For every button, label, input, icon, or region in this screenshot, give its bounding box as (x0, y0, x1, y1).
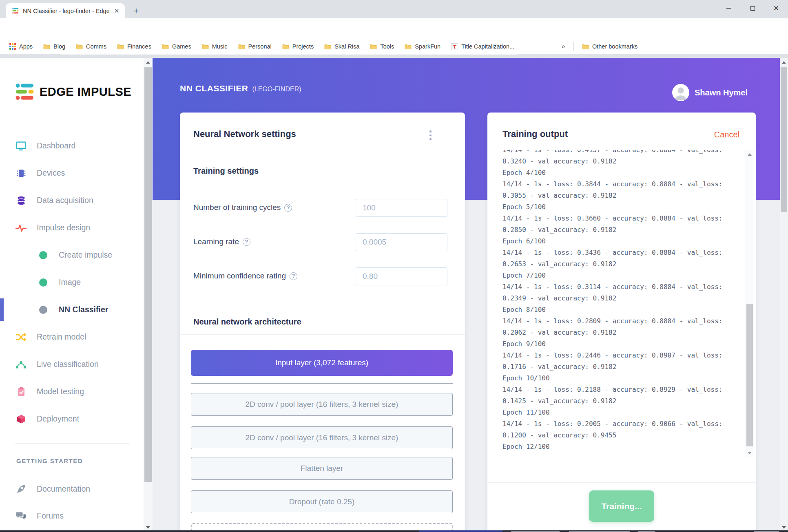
sidebar-item-image[interactable]: Image (0, 269, 144, 296)
sidebar-item-impulse-design[interactable]: Impulse design (0, 214, 144, 241)
folder-icon (370, 44, 377, 49)
field-label-learning-rate: Learning rate ? (193, 237, 250, 246)
training-settings-heading: Training settings (193, 166, 259, 176)
console-line: 0.1425 - val_accuracy: 0.9182 (502, 395, 741, 407)
bookmark-folder-skal-risa[interactable]: Skal Risa (319, 41, 365, 52)
training-button[interactable]: Training... (589, 490, 654, 522)
bookmark-folder-projects[interactable]: Projects (277, 41, 319, 52)
help-icon[interactable]: ? (290, 272, 297, 280)
console-scrollbar[interactable] (745, 150, 754, 457)
sidebar-item-model-testing[interactable]: Model testing (0, 378, 144, 405)
scroll-down-arrow-icon[interactable] (146, 526, 150, 529)
project-name: (LEGO-FINDER) (252, 86, 301, 93)
console-line: Epoch 4/100 (502, 167, 741, 179)
browser-tab[interactable]: NN Classifier - lego-finder - Edge ✕ (6, 3, 125, 18)
bookmark-folder-finances[interactable]: Finances (112, 41, 157, 52)
console-line: 0.2850 - val_accuracy: 0.9182 (502, 224, 741, 236)
section-divider (487, 482, 756, 483)
scroll-up-arrow-icon[interactable] (782, 61, 786, 64)
apps-grid-icon (9, 43, 16, 50)
bookmark-title-capitalization[interactable]: TTitle Capitalization... (446, 41, 520, 52)
console-line: 0.1200 - val_accuracy: 0.9455 (502, 430, 741, 441)
console-line: 14/14 - 1s - loss: 0.3436 - accuracy: 0.… (502, 247, 741, 258)
console-line: 14/14 - 1s - loss: 0.3844 - accuracy: 0.… (502, 179, 741, 190)
sidebar-item-nn-classifier[interactable]: NN Classifier (0, 296, 144, 323)
folder-icon (405, 44, 412, 49)
bookmark-folder-tools[interactable]: Tools (365, 41, 399, 52)
folder-icon (202, 44, 209, 49)
window-maximize-button[interactable] (741, 0, 764, 16)
sidebar-item-data-acquisition[interactable]: Data acquisition (0, 187, 144, 214)
bookmark-folder-personal[interactable]: Personal (233, 41, 277, 52)
status-dot-icon (39, 251, 47, 259)
layer-flatten[interactable]: Flatten layer (191, 457, 453, 480)
card-menu-icon[interactable] (429, 130, 432, 140)
console-line: Epoch 11/100 (502, 407, 741, 418)
layer-conv-2[interactable]: 2D conv / pool layer (16 filters, 3 kern… (191, 426, 453, 449)
scroll-down-arrow-icon[interactable] (782, 526, 786, 529)
bookmark-folder-music[interactable]: Music (197, 41, 233, 52)
page-scrollbar[interactable] (780, 58, 788, 532)
scrollbar-thumb[interactable] (746, 304, 753, 446)
console-line: 0.2653 - val_accuracy: 0.9182 (502, 258, 741, 270)
sidebar-item-live-classification[interactable]: Live classification (0, 351, 144, 378)
sidebar-scrollbar[interactable] (144, 58, 153, 532)
bookmark-apps[interactable]: Apps (4, 41, 38, 52)
other-bookmarks-folder[interactable]: Other bookmarks (577, 41, 643, 52)
bookmark-folder-blog[interactable]: Blog (38, 41, 71, 52)
bookmark-folder-comms[interactable]: Comms (71, 41, 112, 52)
console-line: 14/14 - 1s - loss: 0.3114 - accuracy: 0.… (502, 281, 741, 293)
clipped-navy-fragment (419, 530, 502, 532)
architecture-divider (191, 383, 453, 384)
close-icon: ✕ (773, 5, 779, 12)
window-minimize-button[interactable] (717, 0, 741, 16)
learning-rate-input[interactable] (356, 233, 447, 251)
console-line: 14/14 - 1s - loss: 0.4157 - accuracy: 0.… (502, 150, 741, 156)
sidebar-item-forums[interactable]: Forums (0, 502, 144, 529)
cancel-link[interactable]: Cancel (714, 130, 739, 139)
layer-conv-1[interactable]: 2D conv / pool layer (16 filters, 3 kern… (191, 393, 453, 416)
folder-icon (76, 44, 83, 49)
database-icon (15, 196, 27, 205)
bookmark-folder-sparkfun[interactable]: SparkFun (399, 41, 446, 52)
card-title: Training output (502, 129, 568, 139)
layer-dropout[interactable]: Dropout (rate 0.25) (191, 490, 453, 513)
chip-icon (15, 168, 27, 178)
scroll-down-arrow-icon[interactable] (748, 452, 752, 454)
user-menu[interactable]: Shawn Hymel (672, 84, 748, 101)
folder-icon (238, 44, 245, 49)
sidebar-divider (15, 443, 130, 444)
help-icon[interactable]: ? (284, 204, 292, 212)
console-line: 14/14 - 1s - loss: 0.2809 - accuracy: 0.… (502, 316, 741, 327)
console-line: 0.2062 - val_accuracy: 0.9182 (502, 327, 741, 338)
new-tab-button[interactable]: + (131, 6, 142, 17)
sidebar-item-documentation[interactable]: Documentation (0, 475, 144, 502)
tab-strip: NN Classifier - lego-finder - Edge ✕ + ✕ (0, 0, 788, 18)
training-console[interactable]: 14/14 - 1s - loss: 0.4157 - accuracy: 0.… (487, 150, 756, 457)
edge-impulse-logo-icon (15, 83, 34, 100)
window-close-button[interactable]: ✕ (764, 0, 788, 16)
tab-close-icon[interactable]: ✕ (113, 7, 121, 15)
sidebar-item-dashboard[interactable]: Dashboard (0, 132, 144, 159)
rocket-icon (15, 484, 27, 494)
bookmark-folder-games[interactable]: Games (157, 41, 197, 52)
training-cycles-input[interactable] (356, 199, 447, 217)
scrollbar-thumb[interactable] (781, 67, 787, 212)
folder-icon (582, 44, 589, 49)
sidebar-item-devices[interactable]: Devices (0, 159, 144, 187)
bookmarks-overflow-chevron[interactable]: » (558, 41, 569, 52)
sidebar-item-deployment[interactable]: Deployment (0, 405, 144, 433)
edge-impulse-logo[interactable]: EDGE IMPULSE (15, 83, 131, 100)
title-cap-icon: T (451, 43, 458, 50)
min-confidence-input[interactable] (356, 267, 447, 285)
scroll-up-arrow-icon[interactable] (748, 153, 752, 156)
user-name: Shawn Hymel (695, 88, 748, 97)
sidebar-item-create-impulse[interactable]: Create impulse (0, 241, 144, 269)
sidebar-item-retrain-model[interactable]: Retrain model (0, 323, 144, 351)
help-icon[interactable]: ? (243, 238, 250, 246)
clipped-bottom-element (0, 530, 788, 532)
card-title: Neural Network settings (193, 129, 296, 139)
input-layer-button[interactable]: Input layer (3,072 features) (191, 350, 453, 376)
scroll-up-arrow-icon[interactable] (146, 61, 150, 64)
scrollbar-thumb[interactable] (144, 67, 152, 482)
